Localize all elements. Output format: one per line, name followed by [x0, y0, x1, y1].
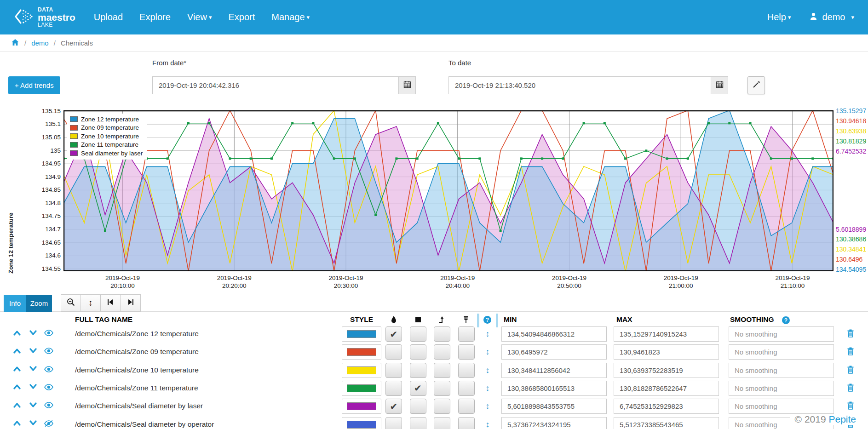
move-down-button[interactable] [29, 420, 38, 428]
skip-to-start-button[interactable] [101, 295, 121, 311]
autoscale-button[interactable]: ↕ [482, 343, 493, 360]
max-value-input[interactable] [614, 399, 719, 414]
from-date-calendar-button[interactable] [399, 76, 416, 94]
smoothing-input[interactable] [729, 363, 834, 378]
marker-toggle[interactable] [410, 417, 426, 429]
autoscale-button[interactable]: ↕ [482, 398, 493, 414]
move-up-button[interactable] [12, 329, 22, 337]
marker-toggle[interactable] [410, 399, 426, 414]
area-fill-toggle[interactable] [385, 417, 402, 429]
breadcrumb-link-demo[interactable]: demo [31, 39, 49, 47]
stepped-line-toggle[interactable] [434, 399, 450, 414]
trend-chart[interactable] [63, 110, 834, 271]
eye-icon[interactable] [43, 347, 54, 355]
autoscale-button[interactable]: ↕ [482, 380, 493, 396]
eye-icon[interactable] [43, 366, 54, 374]
delete-trend-button[interactable] [845, 329, 856, 339]
max-value-input[interactable] [614, 381, 719, 396]
style-swatch-button[interactable] [342, 417, 381, 429]
pin-toggle[interactable] [458, 326, 475, 342]
min-value-input[interactable] [501, 326, 607, 342]
stepped-line-toggle[interactable] [434, 344, 450, 360]
move-down-button[interactable] [29, 329, 38, 337]
marker-toggle[interactable] [410, 344, 426, 360]
smoothing-input[interactable] [729, 344, 834, 360]
max-value-input[interactable] [614, 344, 719, 360]
nav-item-view[interactable]: View▾ [187, 12, 212, 23]
stepped-line-toggle[interactable] [434, 326, 450, 342]
tab-info[interactable]: Info [4, 295, 26, 312]
delete-trend-button[interactable] [845, 365, 856, 375]
max-value-input[interactable] [614, 417, 719, 429]
nav-item-help[interactable]: Help▾ [767, 12, 791, 23]
move-up-button[interactable] [12, 366, 22, 374]
move-up-button[interactable] [12, 383, 22, 392]
min-value-input[interactable] [501, 344, 607, 360]
marker-toggle[interactable] [410, 363, 426, 378]
area-fill-toggle[interactable] [385, 363, 402, 378]
smoothing-input[interactable] [729, 326, 834, 342]
move-down-button[interactable] [29, 366, 38, 374]
delete-trend-button[interactable] [845, 383, 856, 393]
from-date-input[interactable] [152, 76, 399, 94]
min-value-input[interactable] [501, 417, 607, 429]
marker-toggle[interactable] [410, 326, 426, 342]
move-up-button[interactable] [12, 401, 22, 410]
nav-item-explore[interactable]: Explore [139, 12, 171, 23]
tab-zoom[interactable]: Zoom [26, 295, 52, 312]
area-fill-toggle[interactable] [385, 381, 402, 396]
pin-toggle[interactable] [458, 363, 475, 378]
smoothing-input[interactable] [729, 399, 834, 414]
smoothing-input[interactable] [729, 381, 834, 396]
nav-item-upload[interactable]: Upload [94, 12, 123, 23]
style-swatch-button[interactable] [342, 399, 381, 414]
autoscale-button[interactable]: ↕ [482, 362, 493, 378]
pin-toggle[interactable] [458, 381, 475, 396]
nav-item-export[interactable]: Export [228, 12, 255, 23]
skip-to-end-button[interactable] [121, 295, 140, 311]
min-value-input[interactable] [501, 363, 607, 378]
max-value-input[interactable] [614, 363, 719, 378]
nav-item-manage[interactable]: Manage▾ [271, 12, 310, 23]
pin-toggle[interactable] [458, 344, 475, 360]
move-up-button[interactable] [12, 347, 22, 355]
pin-toggle[interactable] [458, 417, 475, 429]
area-fill-toggle[interactable]: ✔ [385, 399, 402, 414]
delete-trend-button[interactable] [845, 347, 856, 357]
style-swatch-button[interactable] [342, 344, 381, 360]
pepite-link[interactable]: Pepite [828, 414, 856, 424]
home-icon[interactable] [11, 39, 19, 47]
move-down-button[interactable] [29, 383, 38, 392]
min-value-input[interactable] [501, 381, 607, 396]
autoscale-button[interactable]: ↕ [482, 416, 493, 429]
time-wand-button[interactable] [747, 76, 765, 94]
stepped-line-toggle[interactable] [434, 381, 450, 396]
eye-slash-icon[interactable] [43, 420, 54, 428]
style-swatch-button[interactable] [342, 326, 381, 342]
to-date-calendar-button[interactable] [711, 76, 728, 94]
min-value-input[interactable] [501, 399, 607, 414]
add-trends-button[interactable]: + Add trends [8, 76, 60, 94]
move-down-button[interactable] [29, 347, 38, 355]
area-fill-toggle[interactable]: ✔ [385, 326, 402, 342]
eye-icon[interactable] [43, 329, 54, 337]
stretch-vertical-button[interactable]: ↕ [81, 295, 101, 311]
stepped-line-toggle[interactable] [434, 417, 450, 429]
eye-icon[interactable] [43, 401, 54, 410]
zoom-out-button[interactable] [61, 295, 81, 311]
move-up-button[interactable] [12, 420, 22, 428]
style-swatch-button[interactable] [342, 381, 381, 396]
autoscale-button[interactable]: ↕ [482, 326, 493, 342]
max-value-input[interactable] [614, 326, 719, 342]
smoothing-help-icon[interactable]: ? [782, 316, 790, 324]
style-swatch-button[interactable] [342, 363, 381, 378]
help-icon[interactable]: ? [483, 316, 491, 324]
to-date-input[interactable] [448, 76, 711, 94]
nav-item-user[interactable]: demo▾ [809, 12, 854, 23]
eye-icon[interactable] [43, 383, 54, 392]
brand-logo[interactable]: DATA maestro LAKE [13, 6, 75, 29]
move-down-button[interactable] [29, 401, 38, 410]
area-fill-toggle[interactable] [385, 344, 402, 360]
pin-toggle[interactable] [458, 399, 475, 414]
stepped-line-toggle[interactable] [434, 363, 450, 378]
